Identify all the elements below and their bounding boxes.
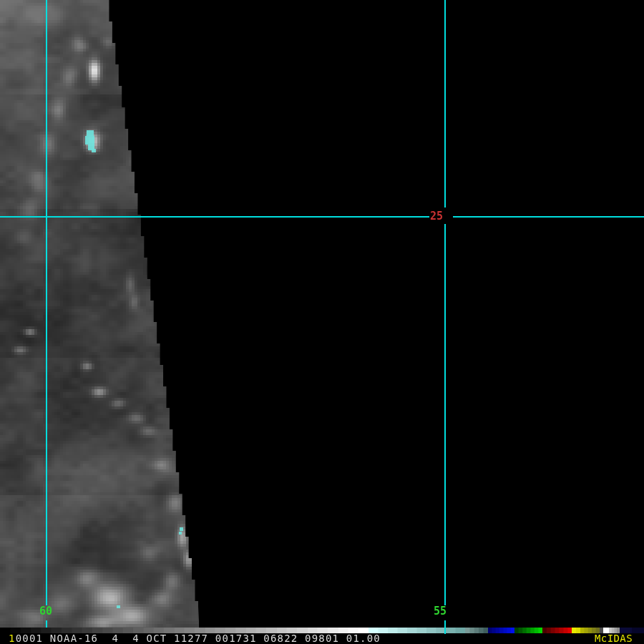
- status-bar: 10001 NOAA-16 4 4 OCT 11277 001731 06822…: [0, 628, 644, 644]
- image-info-rest: 0001 NOAA-16 4 4 OCT 11277 001731 06822 …: [16, 633, 381, 644]
- frame-number: 1: [9, 633, 16, 644]
- image-info-text: 10001 NOAA-16 4 4 OCT 11277 001731 06822…: [9, 633, 381, 644]
- satellite-image-canvas[interactable]: [0, 0, 644, 628]
- mcidas-brand-label: McIDAS: [595, 633, 633, 644]
- mcidas-image-display: 25 60 55 10001 NOAA-16 4 4 OCT 11277 001…: [0, 0, 644, 644]
